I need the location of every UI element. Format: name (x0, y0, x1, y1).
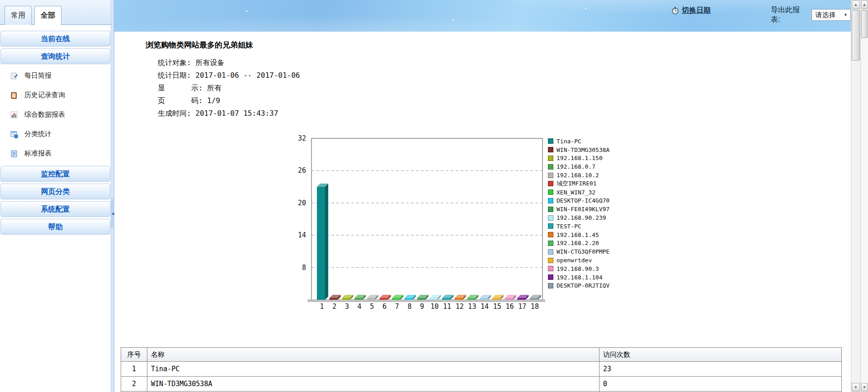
sidebar-item-history-query[interactable]: 历史记录查询 (0, 85, 111, 105)
legend-item: TEST-PC (548, 222, 609, 231)
table-cell: 0 (599, 377, 842, 392)
legend-label: 192.168.1.150 (557, 155, 603, 161)
svg-text:3: 3 (345, 302, 349, 311)
sidebar-item-category-stats[interactable]: 分类统计 (0, 124, 111, 144)
sidebar-collapse-handle[interactable]: ◀ (111, 199, 114, 228)
sidebar-item-standard-report[interactable]: 标准报表 (0, 144, 111, 163)
scrollbar-thumb[interactable] (861, 10, 868, 38)
svg-text:17: 17 (518, 302, 526, 311)
legend-swatch-icon (548, 138, 553, 144)
legend-label: TEST-PC (557, 223, 581, 230)
sidebar-item-help[interactable]: 帮助 (0, 219, 110, 235)
legend-swatch-icon (548, 173, 553, 178)
report-meta-line: 统计对象: 所有设备 (158, 57, 851, 69)
svg-text:11: 11 (443, 302, 451, 311)
legend-swatch-icon (548, 181, 553, 186)
legend-item: DESKTOP-0RJTIQV (548, 282, 609, 290)
legend-label: Tina-PC (557, 138, 581, 145)
legend-label: 192.168.10.2 (557, 172, 599, 179)
legend-swatch-icon (548, 198, 553, 203)
scroll-down-button[interactable]: ▼ (852, 383, 860, 392)
export-select[interactable]: 请选择 ▼ (811, 9, 851, 21)
export-group: 导出此报表: 请选择 ▼ (771, 5, 851, 24)
svg-text:8: 8 (302, 264, 306, 272)
page-scrollbar[interactable]: ▲ ▼ (860, 0, 868, 392)
legend-swatch-icon (548, 156, 553, 161)
sidebar-item-label: 标准报表 (24, 149, 52, 158)
table-cell: 23 (599, 362, 842, 377)
main-area: 切换日期 导出此报表: 请选择 ▼ 浏览购物类网站最多的兄弟姐妹 统计对象: 所… (114, 0, 851, 392)
history-query-icon (10, 91, 18, 99)
chart-legend: Tina-PCWIN-TD3MG30538A192.168.1.150192.1… (548, 137, 609, 290)
svg-text:2: 2 (332, 302, 336, 311)
switch-date-link[interactable]: 切换日期 (671, 6, 711, 15)
legend-item: Tina-PC (548, 137, 609, 146)
data-report-icon (10, 111, 18, 119)
sidebar-item-daily-report[interactable]: 每日简报 (0, 66, 111, 85)
table-cell: Tina-PC (147, 362, 599, 377)
report-meta-line: 显 示: 所有 (158, 82, 851, 94)
sidebar-item-current-online[interactable]: 当前在线 (0, 31, 110, 47)
sidebar-item-query-stats[interactable]: 查询统计 (0, 48, 110, 64)
table-cell: WIN-TD3MG30538A (147, 377, 599, 392)
scrollbar-thumb[interactable] (852, 10, 860, 61)
scroll-up-button[interactable]: ▲ (852, 0, 860, 9)
category-stats-icon (10, 130, 18, 138)
table-cell: 2 (121, 377, 147, 392)
sidebar-tabbar: 常用 全部 (0, 0, 111, 25)
svg-text:12: 12 (456, 302, 464, 311)
svg-text:5: 5 (370, 302, 374, 311)
report-table: 序号名称访问次数1Tina-PC232WIN-TD3MG30538A0 (121, 347, 842, 392)
svg-text:9: 9 (420, 302, 424, 311)
table-header-row: 序号名称访问次数 (121, 348, 842, 362)
tab-all[interactable]: 全部 (34, 6, 61, 25)
legend-item: 192.168.1.104 (548, 273, 609, 282)
legend-swatch-icon (548, 147, 553, 152)
query-submenu: 每日简报历史记录查询综合数据报表分类统计标准报表 (0, 66, 111, 163)
sidebar-splitter: ◀ (111, 0, 114, 392)
clock-icon (671, 7, 679, 15)
svg-text:15: 15 (493, 302, 501, 311)
svg-text:4: 4 (358, 302, 362, 311)
table-header-cell: 访问次数 (599, 348, 842, 362)
collapse-left-icon: ◀ (111, 212, 114, 216)
content-scrollbar[interactable]: ▲ ▼ (851, 0, 860, 392)
sidebar-item-label: 综合数据报表 (24, 110, 65, 119)
sidebar-item-monitor-config[interactable]: 监控配置 (0, 166, 110, 182)
svg-text:14: 14 (481, 302, 489, 311)
sidebar-item-label: 分类统计 (24, 130, 52, 138)
sidebar-item-data-report[interactable]: 综合数据报表 (0, 105, 111, 124)
legend-item: WIN-TD3MG30538A (548, 146, 609, 154)
svg-text:10: 10 (430, 302, 439, 311)
svg-text:18: 18 (531, 302, 539, 311)
scroll-down-button[interactable]: ▼ (861, 383, 868, 392)
tab-common[interactable]: 常用 (5, 6, 32, 25)
sidebar-item-system-config[interactable]: 系统配置 (0, 201, 110, 217)
sidebar-item-web-category[interactable]: 网页分类 (0, 184, 110, 199)
legend-item: WIN-FE0I49KLV97 (548, 205, 609, 213)
report-content: 浏览购物类网站最多的兄弟姐妹 统计对象: 所有设备统计日期: 2017-01-0… (114, 32, 851, 392)
legend-label: WIN-FE0I49KLV97 (557, 206, 609, 213)
legend-item: 192.168.2.20 (548, 239, 609, 248)
legend-label: 192.168.0.7 (557, 163, 595, 170)
switch-date-label[interactable]: 切换日期 (682, 6, 711, 15)
legend-item: 192.168.1.150 (548, 154, 609, 163)
legend-swatch-icon (548, 232, 553, 237)
legend-label: XEN_WIN7_32 (557, 189, 595, 196)
legend-item: WIN-CTG3QF0PMPE (548, 247, 609, 256)
report-title: 浏览购物类网站最多的兄弟姐妹 (114, 32, 851, 50)
legend-item: 域空IMFIRE01 (548, 179, 609, 188)
legend-label: DESKTOP-0RJTIQV (557, 282, 609, 289)
legend-item: 192.168.10.2 (548, 171, 609, 179)
report-meta-line: 生成时间: 2017-01-07 15:43:37 (158, 107, 851, 120)
table-row: 2WIN-TD3MG30538A0 (121, 377, 842, 392)
svg-text:32: 32 (298, 134, 306, 142)
legend-swatch-icon (548, 241, 553, 246)
scroll-up-button[interactable]: ▲ (861, 0, 868, 9)
svg-text:26: 26 (298, 166, 306, 175)
legend-label: 192.168.2.20 (557, 240, 599, 246)
svg-text:16: 16 (505, 302, 514, 311)
legend-label: 192.168.1.45 (557, 231, 599, 238)
table-header-cell: 名称 (147, 348, 599, 362)
legend-label: WIN-CTG3QF0PMPE (557, 248, 609, 255)
